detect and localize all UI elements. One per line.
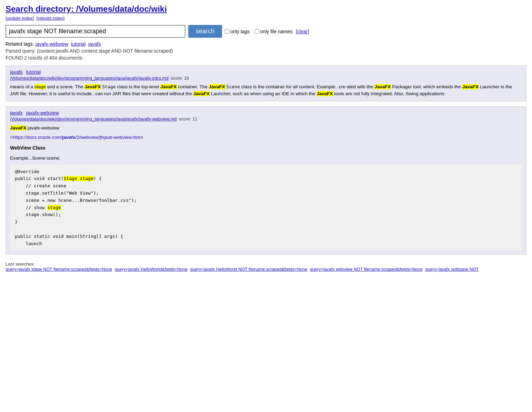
highlight-javafx-webview: JavaFX	[10, 125, 26, 131]
code-block: @Override public void start(Stage stage)…	[10, 165, 522, 251]
result-block-1: javafx tutorial /Volumes/data/doc/wiki/d…	[6, 65, 526, 101]
result-2-tags: javafx javafx-webview	[10, 110, 522, 116]
highlight-stage-code-2: stage	[47, 205, 61, 210]
last-search-2[interactable]: query=javafx HelloWorld&fields=None	[115, 267, 187, 272]
related-tag-javafx-webview[interactable]: javafx-webview	[35, 41, 68, 47]
last-search-4[interactable]: query=javafx webview NOT filename:scrape…	[310, 267, 423, 272]
result-1-path-line: /Volumes/data/doc/wiki/dev/programming_l…	[10, 75, 522, 81]
result-2-tag-javafx-webview[interactable]: javafx-webview	[26, 110, 59, 116]
only-file-names-label[interactable]: only file names	[255, 29, 292, 34]
result-2-content: JavaFX javafx-webview <https://docs.orac…	[10, 124, 522, 251]
highlight-javafx-link: javafx	[62, 135, 75, 140]
result-2-external-link[interactable]: https://docs.oracle.com/javafx/2/webview…	[13, 135, 140, 140]
webview-class-title: WebView Class	[10, 144, 522, 152]
result-2-tag-javafx[interactable]: javafx	[10, 110, 23, 116]
highlight-javafx-4: JavaFX	[374, 84, 391, 89]
highlight-stage-1: stage	[35, 84, 46, 89]
result-block-2: javafx javafx-webview /Volumes/data/doc/…	[6, 106, 526, 255]
related-tag-tutorial[interactable]: tutorial	[71, 41, 85, 47]
clear-link[interactable]: [clear]	[296, 29, 309, 34]
result-1-tag-javafx[interactable]: javafx	[10, 69, 23, 75]
only-tags-label[interactable]: only tags	[225, 29, 250, 34]
found-results: FOUND 2 results of 404 documents	[6, 55, 526, 61]
highlight-javafx-7: JavaFX	[317, 91, 333, 96]
result-2-path-line: /Volumes/data/doc/wiki/dev/programming_l…	[10, 116, 522, 122]
highlight-stage-code-1: Stage stage	[64, 176, 93, 181]
highlight-javafx-2: JavaFX	[160, 84, 176, 89]
related-tag-javafx[interactable]: javafx	[88, 41, 101, 47]
search-options: only tags only file names [clear]	[225, 29, 309, 34]
last-searches-title: Last searches:	[6, 261, 35, 267]
update-index-link[interactable]: [update index]	[6, 16, 34, 21]
highlight-javafx-1: JavaFX	[84, 84, 101, 89]
related-tags: Related tags: javafx-webview tutorial ja…	[6, 41, 526, 47]
highlight-javafx-6: JavaFX	[193, 91, 210, 96]
index-links: [update index] [rebuild index]	[6, 15, 526, 21]
highlight-javafx-3: JavaFX	[209, 84, 225, 89]
example-scene-text: Example...Scene scene;	[10, 154, 522, 162]
result-2-score: score: 11	[179, 116, 197, 122]
parsed-query: Parsed query: (content:javafx AND conten…	[6, 48, 526, 54]
result-2-path[interactable]: /Volumes/data/doc/wiki/dev/programming_l…	[10, 116, 177, 122]
last-search-5[interactable]: query=javafx splitpane NOT	[425, 267, 479, 272]
last-search-3[interactable]: query=javafx HelloWorld NOT filename:scr…	[190, 267, 308, 272]
last-searches: Last searches: query=javafx stage NOT fi…	[6, 261, 526, 272]
result-1-tags: javafx tutorial	[10, 69, 522, 75]
search-input[interactable]: javafx stage NOT filename:scraped	[6, 25, 185, 38]
only-tags-checkbox[interactable]	[225, 29, 229, 34]
result-2-link-line: <https://docs.oracle.com/javafx/2/webvie…	[10, 134, 522, 141]
search-bar: javafx stage NOT filename:scraped search…	[6, 25, 526, 38]
last-search-1[interactable]: query=javafx stage NOT filename:scraped&…	[6, 267, 112, 272]
page-title[interactable]: Search directory: /Volumes/data/doc/wiki	[6, 4, 526, 14]
result-1-tag-tutorial[interactable]: tutorial	[26, 69, 40, 75]
rebuild-index-link[interactable]: [rebuild index]	[37, 16, 65, 21]
result-1-score: score: 16	[171, 75, 189, 81]
highlight-javafx-5: JavaFX	[462, 84, 478, 89]
search-button[interactable]: search	[188, 25, 222, 38]
result-1-snippet: means of a stage and a scene. The JavaFX…	[10, 83, 522, 98]
only-file-names-checkbox[interactable]	[255, 29, 259, 34]
result-1-path[interactable]: /Volumes/data/doc/wiki/dev/programming_l…	[10, 75, 168, 81]
result-2-first-line: JavaFX javafx-webview	[10, 124, 522, 132]
